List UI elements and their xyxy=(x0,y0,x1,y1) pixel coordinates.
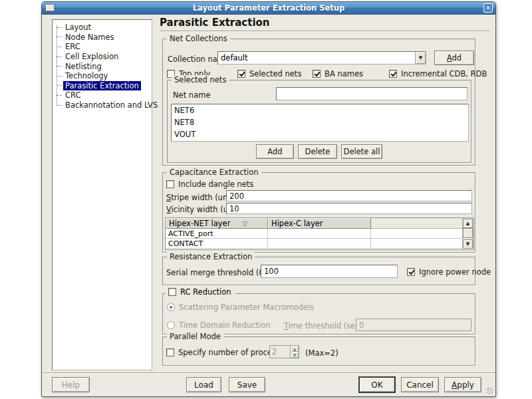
collection-add-button[interactable]: Add xyxy=(434,51,474,65)
footer-divider xyxy=(42,372,495,374)
close-button[interactable]: ✕ xyxy=(483,3,493,13)
max-processors-label: (Max=2) xyxy=(305,348,338,358)
sidebar-item-cell-explosion[interactable]: Cell Explosion xyxy=(55,52,152,62)
parallel-mode-group: Parallel Mode Specify number of processo… xyxy=(162,336,475,366)
tree-branch xyxy=(57,66,62,66)
ba-names-option: BA names xyxy=(313,69,363,78)
net-delete-button[interactable]: Delete xyxy=(298,144,337,159)
incremental-option: Incremental CDB, RDB xyxy=(389,69,487,78)
selected-nets-title: Selected nets xyxy=(172,75,229,84)
net-name-label: Net name xyxy=(173,90,210,100)
chevron-down-icon[interactable]: ▼ xyxy=(415,52,426,64)
processors-value: 2 xyxy=(270,346,290,358)
net-list-item[interactable]: NET8 xyxy=(172,116,468,128)
dialog-window: Layout Parameter Extraction Setup ✕ Layo… xyxy=(41,1,496,397)
vicinity-width-input[interactable]: 10 xyxy=(226,203,472,214)
table-row[interactable]: CONTACT xyxy=(166,239,473,249)
scroll-up-icon[interactable]: ▲ xyxy=(463,219,473,228)
include-dangle-label: Include dangle nets xyxy=(178,180,253,189)
close-icon: ✕ xyxy=(485,5,491,11)
ignore-power-checkbox[interactable] xyxy=(407,268,415,276)
ok-button[interactable]: OK xyxy=(358,376,396,393)
tree-branch xyxy=(57,37,62,37)
incremental-checkbox[interactable] xyxy=(389,70,397,78)
tree-branch xyxy=(57,47,62,47)
include-dangle-option: Include dangle nets xyxy=(166,180,253,189)
selected-nets-label: Selected nets xyxy=(249,69,301,78)
table-scrollbar[interactable]: ▲ ▼ xyxy=(462,219,473,249)
scattering-radio xyxy=(167,303,175,311)
scroll-down-icon[interactable]: ▼ xyxy=(463,239,473,249)
time-threshold-input: 0 xyxy=(356,319,471,331)
selected-nets-option: Selected nets xyxy=(237,69,301,78)
capacitance-title: Capacitance Extraction xyxy=(167,168,261,177)
capacitance-group: Capacitance Extraction Include dangle ne… xyxy=(162,172,475,253)
apply-button[interactable]: Apply xyxy=(444,377,481,392)
sidebar-item-netlisting[interactable]: Netlisting xyxy=(55,61,152,71)
serial-merge-input[interactable]: 100 xyxy=(261,265,398,278)
processors-stepper: 2 ▲ ▼ xyxy=(269,345,299,358)
window-menu-icon[interactable] xyxy=(46,5,55,11)
collection-name-value: default xyxy=(218,52,415,64)
tree-branch xyxy=(57,85,62,86)
nets-listbox[interactable]: NET6 NET8 VOUT xyxy=(171,104,469,142)
net-add-button[interactable]: Add xyxy=(256,144,294,159)
spin-down-icon: ▼ xyxy=(291,352,299,358)
spin-up-icon: ▲ xyxy=(291,346,299,352)
ignore-power-label: Ignore power node xyxy=(419,267,491,277)
net-collections-group: Net Collections Collection name default … xyxy=(162,39,475,166)
save-button[interactable]: Save xyxy=(229,377,265,392)
sidebar-item-crc[interactable]: CRC xyxy=(55,90,152,100)
ignore-power-option: Ignore power node xyxy=(407,267,491,277)
resistance-group: Resistance Extraction Serial merge thres… xyxy=(162,257,475,285)
sidebar-item-layout[interactable]: Layout xyxy=(55,23,152,33)
tree-branch xyxy=(57,27,62,28)
net-name-input[interactable] xyxy=(276,87,467,100)
include-dangle-checkbox[interactable] xyxy=(166,180,174,188)
time-threshold-label: Time threshold (sec) xyxy=(284,321,362,331)
net-list-item[interactable]: VOUT xyxy=(172,128,468,140)
tree-branch xyxy=(57,95,62,96)
rc-reduction-legend: RC Reduction xyxy=(166,287,235,297)
ba-names-label: BA names xyxy=(325,69,363,78)
scattering-option: Scattering Parameter Macromodels xyxy=(167,303,314,312)
collection-name-combobox[interactable]: default ▼ xyxy=(217,51,426,65)
layer-table-header: Hipex-NET layer ▽ Hipex-C layer xyxy=(166,218,473,229)
table-row[interactable]: ACTIVE_port xyxy=(166,229,473,239)
hipex-c-column-header[interactable]: Hipex-C layer xyxy=(268,218,371,229)
stripe-width-input[interactable]: 200 xyxy=(226,190,472,201)
rc-reduction-group: RC Reduction Scattering Parameter Macrom… xyxy=(162,293,475,334)
net-list-item[interactable]: NET6 xyxy=(172,104,468,116)
stripe-width-label: Stripe width (um) xyxy=(166,193,233,202)
layer-mapping-table: Hipex-NET layer ▽ Hipex-C layer ACTIVE_p… xyxy=(165,217,474,250)
scrollbar-thumb[interactable] xyxy=(463,228,473,238)
tree-branch xyxy=(57,57,62,57)
ba-names-checkbox[interactable] xyxy=(313,70,321,78)
tree-branch xyxy=(57,105,62,106)
net-collections-title: Net Collections xyxy=(167,34,230,43)
help-button: Help xyxy=(52,377,90,392)
time-domain-label: Time Domain Reduction xyxy=(179,321,271,330)
selected-nets-checkbox[interactable] xyxy=(237,70,245,78)
sidebar-item-technology[interactable]: Technology xyxy=(55,71,152,81)
sidebar-item-node-names[interactable]: Node Names xyxy=(55,33,152,43)
scattering-label: Scattering Parameter Macromodels xyxy=(179,303,314,312)
hipex-net-column-header[interactable]: Hipex-NET layer ▽ xyxy=(166,218,268,229)
specify-processors-checkbox[interactable] xyxy=(166,348,174,356)
sidebar-item-parasitic-extraction[interactable]: Parasitic Extraction xyxy=(55,81,152,91)
resize-grip[interactable] xyxy=(487,388,493,394)
rc-reduction-checkbox[interactable] xyxy=(168,288,176,296)
sidebar-item-erc[interactable]: ERC xyxy=(55,42,152,52)
settings-sidebar: Layout Node Names ERC Cell Explosion Net… xyxy=(52,19,152,370)
sort-filter-icon[interactable]: ▽ xyxy=(242,220,247,227)
net-delete-all-button[interactable]: Delete all xyxy=(341,144,382,159)
sidebar-item-backannotation-lvs[interactable]: Backannotation and LVS xyxy=(55,100,152,110)
time-domain-radio xyxy=(167,321,175,329)
rc-reduction-label: RC Reduction xyxy=(180,287,231,297)
page-title: Parasitic Extraction xyxy=(160,17,270,29)
cancel-button[interactable]: Cancel xyxy=(401,377,439,392)
titlebar[interactable]: Layout Parameter Extraction Setup ✕ xyxy=(42,2,495,15)
title-divider xyxy=(160,31,490,32)
load-button[interactable]: Load xyxy=(186,377,221,392)
window-title: Layout Parameter Extraction Setup xyxy=(42,3,495,13)
